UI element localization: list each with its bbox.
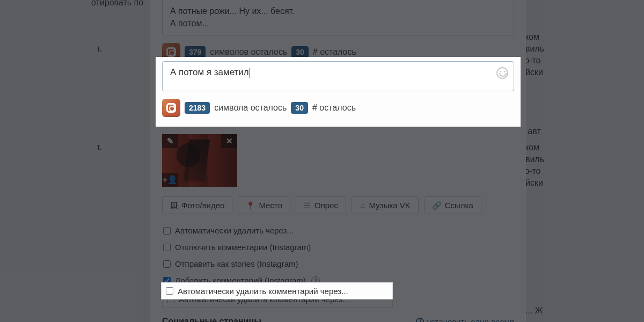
hash-left-label: # осталось	[312, 103, 356, 113]
dim-overlay	[0, 0, 644, 322]
checkbox[interactable]	[166, 287, 173, 295]
text-caret	[250, 68, 250, 78]
hash-left-badge: 30	[291, 102, 308, 114]
emoji-picker-icon[interactable]	[496, 67, 508, 79]
instagram-icon	[162, 99, 180, 117]
comment-text-value: А потом я заметил	[170, 67, 249, 77]
char-counter-row-lower: 2183 символа осталось 30 # осталось	[162, 99, 514, 117]
chars-left-label: символа осталось	[214, 103, 287, 113]
option-label: Автоматически удалить комментарий через.…	[178, 287, 348, 296]
comment-textarea[interactable]: А потом я заметил	[162, 61, 514, 91]
chars-left-badge: 2183	[185, 102, 210, 114]
spotlight-region-1: А потом я заметил 2183 символа осталось …	[156, 57, 521, 127]
spotlight-region-2: Автоматически удалить комментарий через.…	[161, 282, 393, 299]
